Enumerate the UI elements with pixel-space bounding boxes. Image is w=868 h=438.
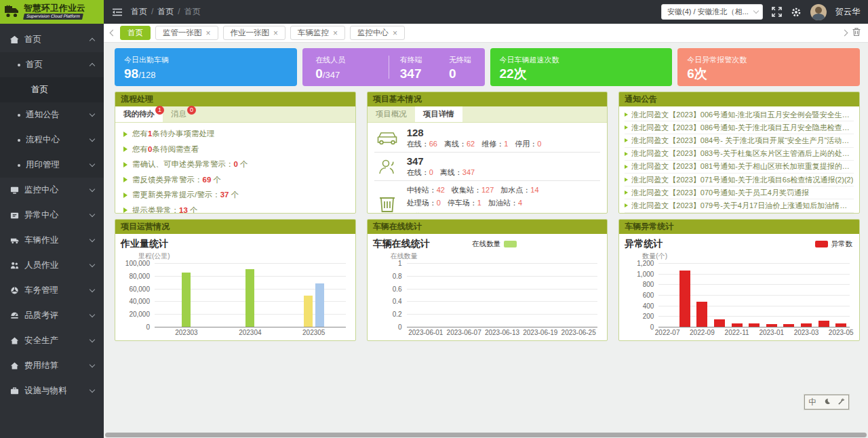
truck-logo-icon	[4, 5, 20, 20]
region-select[interactable]: 安徽(4) / 安徽淮北（相...	[661, 4, 763, 20]
sidebar-item-label: 异常中心	[24, 210, 58, 221]
chevron-up-icon	[90, 63, 95, 68]
notice-item[interactable]: 淮北同盈文【2023】079号-关于4月17日油价上涨通知后加油情况通报	[625, 199, 854, 212]
tab-label: 消息	[171, 110, 186, 118]
sidebar-home-children: 首页 首页 通知公告 流程中心 用印管理	[0, 52, 104, 178]
card-alarm-count: 今日异常报警次数 6次	[677, 48, 860, 86]
fullscreen-icon[interactable]	[772, 7, 782, 17]
app-root: 智慧环卫作业云 Supervision Cloud Platform 首页 首页…	[0, 0, 868, 438]
car-icon	[376, 130, 399, 147]
chevron-down-icon	[90, 237, 95, 242]
sidebar-item-exception-center[interactable]: 异常中心	[0, 203, 104, 228]
notice-item[interactable]: 淮北同盈文【2023】084号- 关于淮北项目开展“安全生产月”活动的通知	[625, 134, 854, 147]
close-icon[interactable]: ×	[206, 29, 211, 37]
sidebar: 智慧环卫作业云 Supervision Cloud Platform 首页 首页…	[0, 0, 104, 438]
close-icon[interactable]: ×	[393, 29, 397, 37]
ime-toolbar[interactable]: 中	[804, 395, 849, 410]
horizontal-scrollbar[interactable]	[105, 433, 867, 437]
notice-item[interactable]: 淮北同盈文【2023】086号通知-关于淮北项目五月安全隐患检查情况通告	[625, 121, 854, 134]
sidebar-item-facilities-materials[interactable]: 设施与物料	[0, 378, 104, 403]
tab-supervision-map[interactable]: 监管一张图 ×	[155, 26, 218, 40]
card-label: 今日出勤车辆	[124, 55, 288, 65]
sidebar-item-process-center[interactable]: 流程中心	[0, 127, 104, 153]
bullet-dot-icon	[18, 114, 20, 117]
y-axis-ticks: 10.80.60.40.20	[373, 260, 407, 331]
plot-area	[658, 263, 850, 327]
sidebar-item-home-sub[interactable]: 首页	[0, 52, 104, 77]
process-item[interactable]: 需更新类异常提示/警示：37 个	[123, 190, 347, 200]
tab-scroll-right-icon[interactable]	[842, 30, 848, 37]
tab-project-details[interactable]: 项目详情	[415, 106, 462, 122]
chart-bar	[696, 302, 707, 327]
breadcrumb-item[interactable]: 首页	[131, 6, 153, 18]
card-value-sub: /128	[138, 70, 155, 80]
tab-scroll-left-icon[interactable]	[110, 30, 117, 37]
chart-bar	[182, 273, 191, 327]
workload-bar-chart: 作业量统计 里程(公里) 100,00080,00060,00040,00020…	[115, 234, 355, 340]
chevron-down-icon	[753, 8, 759, 14]
tab-my-todo[interactable]: 我的待办 1	[115, 106, 163, 122]
chevron-down-icon	[90, 287, 95, 292]
sidebar-item-home[interactable]: 首页	[0, 27, 104, 52]
tab-label: 项目概况	[376, 110, 407, 118]
sidebar-item-quality-review[interactable]: 品质考评	[0, 303, 104, 328]
notice-item[interactable]: 淮北同盈文【2023】071号通知-关于淮北项目6s检查情况通报(2)(2)	[625, 174, 854, 186]
bullet-dot-icon	[18, 139, 20, 142]
y-axis-label: 在线数量	[391, 252, 601, 261]
sidebar-item-monitor-center[interactable]: 监控中心	[0, 178, 104, 203]
tab-label: 作业一张图	[231, 28, 270, 38]
arrow-right-icon	[123, 162, 127, 167]
arrow-right-icon	[123, 132, 127, 137]
process-item[interactable]: 您有0条待阅需查看	[123, 144, 347, 155]
sidebar-item-seal-mgmt[interactable]: 用印管理	[0, 153, 104, 178]
card-value: 0	[449, 67, 471, 80]
monitor-icon	[9, 186, 19, 195]
notice-item[interactable]: 淮北同盈文【2023】070号通知-关于员工4月奖罚通报	[625, 186, 854, 199]
collapse-menu-icon[interactable]	[112, 7, 123, 17]
process-item[interactable]: 提示类异常：13 个	[123, 205, 347, 214]
card-speeding-count: 今日车辆超速次数 22次	[490, 48, 673, 86]
process-item[interactable]: 需确认、可申述类异常警示：0 个	[123, 159, 347, 170]
process-item[interactable]: 需反馈类异常警示：69 个	[123, 175, 347, 185]
process-item[interactable]: 您有1条待办事项需处理	[123, 129, 347, 139]
tab-vehicle-monitor[interactable]: 车辆监控 ×	[290, 26, 345, 40]
arrow-right-icon	[123, 177, 127, 182]
notice-item[interactable]: 淮北同盈文【2023】006号通知-淮北项目五月安全例会暨安全生产月启动会…	[625, 108, 854, 121]
tab-project-overview[interactable]: 项目概况	[368, 106, 415, 122]
trash-icon[interactable]	[852, 27, 861, 39]
avatar[interactable]	[810, 4, 827, 20]
y-axis-label: 数量(个)	[642, 252, 852, 261]
arrow-right-icon	[625, 152, 628, 156]
tab-operation-map[interactable]: 作业一张图 ×	[223, 26, 286, 40]
panel-notices: 通知公告 淮北同盈文【2023】006号通知-淮北项目五月安全例会暨安全生产月启…	[618, 92, 860, 214]
sidebar-item-label: 费用结算	[24, 360, 58, 372]
alert-icon	[9, 211, 19, 220]
tab-messages[interactable]: 消息 0	[163, 106, 195, 122]
breadcrumb-item[interactable]: 首页	[157, 6, 180, 18]
moon-icon	[824, 397, 831, 407]
sidebar-item-cost-settlement[interactable]: 费用结算	[0, 353, 104, 378]
close-icon[interactable]: ×	[273, 29, 278, 37]
sidebar-item-personnel-ops[interactable]: 人员作业	[0, 253, 104, 278]
sidebar-item-vehicle-ops[interactable]: 车辆作业	[0, 228, 104, 253]
close-icon[interactable]: ×	[333, 29, 338, 37]
breadcrumb-item: 首页	[184, 6, 201, 18]
dashboard-content: 今日出勤车辆 98/128 在线人员 0/347 有终端 347 无终端	[104, 43, 868, 438]
briefcase-icon	[9, 386, 19, 396]
panel-title: 车辆在线统计	[368, 220, 608, 234]
sidebar-item-fleet-mgmt[interactable]: 车务管理	[0, 278, 104, 303]
gear-icon[interactable]	[791, 7, 802, 18]
sidebar-item-notices[interactable]: 通知公告	[0, 102, 104, 127]
chart-panels-row: 项目运营情况 作业量统计 里程(公里) 100,00080,00060,0004…	[115, 219, 860, 341]
tab-home[interactable]: 首页	[120, 26, 151, 40]
sidebar-item-safety-production[interactable]: 安全生产	[0, 328, 104, 353]
facility-stats: 中转站：42收集站：127加水点：14 处理场：0停车场：1加油站：4 公共厕所…	[407, 184, 546, 214]
stat-cards: 今日出勤车辆 98/128 在线人员 0/347 有终端 347 无终端	[115, 48, 860, 86]
notice-item[interactable]: 淮北同盈文【2023】083号-关于杜集区东片区主管酒后上岗的处罚通告	[625, 148, 854, 161]
card-value: 22次	[500, 67, 663, 80]
sidebar-item-home-leaf[interactable]: 首页	[0, 77, 104, 102]
arrow-right-icon	[625, 165, 628, 169]
personnel-stats: 在线：0离线：347	[407, 167, 481, 178]
tab-monitor-center[interactable]: 监控中心 ×	[350, 26, 405, 40]
notice-item[interactable]: 淮北同盈文【2023】081号通知-关于相山区班长加班重复提报的通报	[625, 161, 854, 174]
